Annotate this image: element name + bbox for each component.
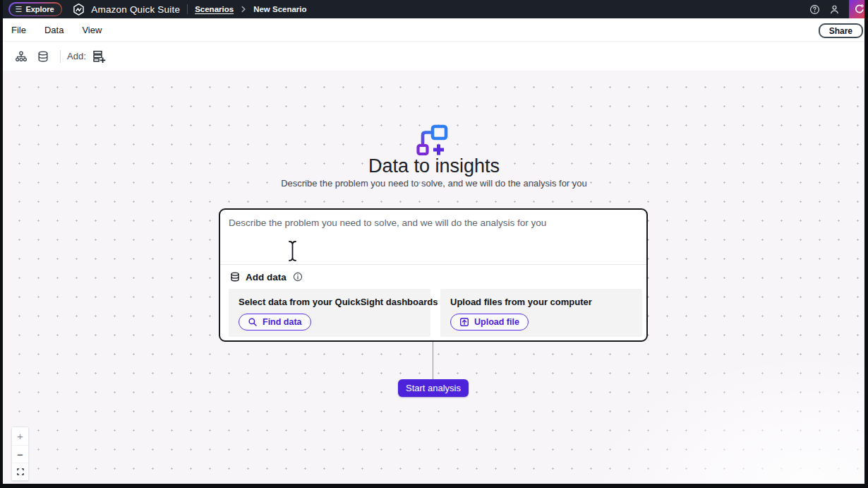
share-button[interactable]: Share — [819, 23, 863, 38]
flow-view-icon[interactable] — [15, 50, 28, 63]
window-edge-bottom — [0, 484, 868, 488]
data-to-insights-icon — [415, 124, 452, 160]
empty-state-title: Data to insights — [0, 155, 868, 177]
upload-icon — [459, 317, 469, 327]
breadcrumb-current: New Scenario — [253, 5, 306, 13]
prompt-card: Add data Select data from your QuickSigh… — [219, 208, 648, 342]
menu-file[interactable]: File — [11, 25, 26, 35]
add-data-header: Add data — [229, 269, 303, 285]
find-data-button[interactable]: Find data — [239, 314, 311, 331]
topbar-divider — [187, 4, 188, 14]
toolbar-divider — [60, 50, 61, 63]
upload-file-button[interactable]: Upload file — [450, 314, 529, 331]
window-edge-right — [864, 0, 868, 488]
zoom-controls: + − — [11, 427, 29, 481]
fit-view-button[interactable] — [12, 463, 28, 480]
database-icon — [229, 271, 241, 282]
find-data-button-label: Find data — [263, 317, 302, 327]
zoom-in-icon: + — [17, 430, 23, 442]
add-label: Add: — [67, 51, 86, 61]
zoom-in-button[interactable]: + — [12, 427, 28, 445]
menu-bar: File Data View Share — [0, 18, 868, 41]
menu-view[interactable]: View — [82, 25, 102, 35]
scenario-canvas[interactable]: Data to insights Describe the problem yo… — [0, 71, 868, 484]
breadcrumb-chevron-icon — [240, 6, 247, 13]
upload-files-panel: Upload files from your computer Upload f… — [440, 289, 642, 337]
hamburger-icon: ☰ — [16, 6, 23, 13]
start-analysis-button[interactable]: Start analysis — [398, 379, 469, 397]
toolbar: Add: — [0, 41, 868, 71]
user-account-button[interactable] — [826, 1, 842, 17]
quick-suite-logo-icon — [72, 3, 85, 16]
card-divider — [220, 264, 646, 265]
search-icon — [248, 317, 258, 327]
upload-file-button-label: Upload file — [474, 317, 519, 327]
add-dataset-icon[interactable] — [92, 49, 106, 64]
problem-description-input[interactable] — [220, 210, 646, 263]
explore-button[interactable]: ☰ Explore — [8, 2, 62, 16]
fit-view-icon — [16, 468, 25, 476]
flow-connector-line — [433, 342, 433, 380]
quicksight-panel-title: Select data from your QuickSight dashboa… — [239, 297, 421, 307]
explore-button-label: Explore — [25, 5, 54, 13]
upload-panel-title: Upload files from your computer — [450, 297, 632, 307]
window-edge-left — [0, 0, 3, 488]
add-data-label: Add data — [246, 272, 287, 282]
data-view-icon[interactable] — [37, 50, 49, 63]
menu-data[interactable]: Data — [44, 25, 64, 35]
info-icon[interactable] — [293, 272, 303, 282]
zoom-out-icon: − — [17, 448, 23, 460]
canvas-glow — [572, 343, 868, 484]
help-button[interactable] — [807, 1, 822, 17]
breadcrumb-scenarios-link[interactable]: Scenarios — [195, 5, 234, 13]
empty-state-subtitle: Describe the problem you need to solve, … — [0, 178, 868, 189]
quicksight-data-panel: Select data from your QuickSight dashboa… — [229, 289, 430, 337]
top-app-bar: ☰ Explore Amazon Quick Suite Scenarios N… — [0, 0, 868, 18]
zoom-out-button[interactable]: − — [12, 445, 28, 463]
app-title: Amazon Quick Suite — [91, 4, 180, 15]
